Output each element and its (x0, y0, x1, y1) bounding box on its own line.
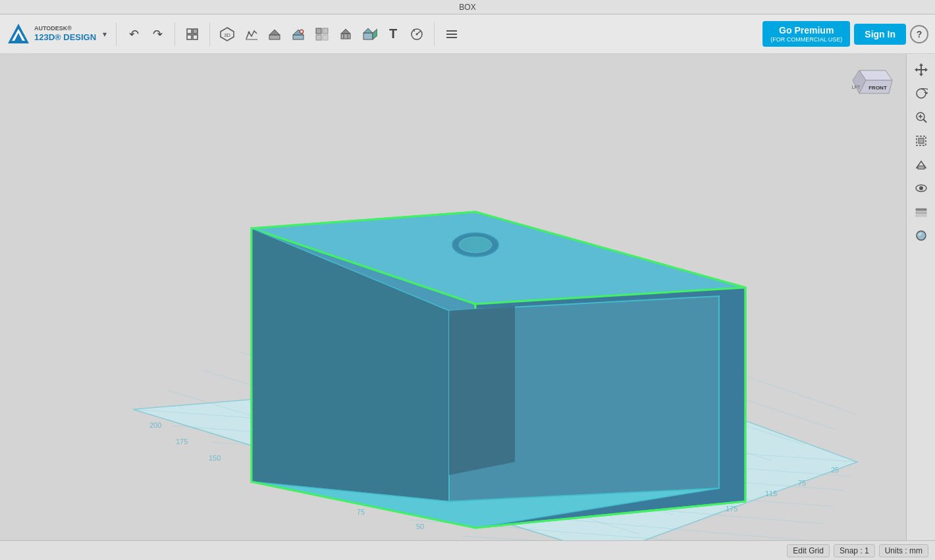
go-premium-button[interactable]: Go Premium (FOR COMMERCIAL USE) (762, 21, 850, 47)
eye-icon (915, 182, 928, 195)
pattern-icon (315, 27, 329, 41)
svg-rect-107 (916, 215, 926, 216)
perspective-button[interactable] (911, 154, 932, 175)
sketch-icon (244, 27, 258, 41)
svg-point-104 (919, 186, 923, 190)
measure-icon (410, 27, 424, 41)
svg-rect-6 (193, 35, 198, 39)
orbit-button[interactable] (911, 83, 932, 104)
units-control[interactable]: Units : mm (879, 544, 928, 557)
grid-layer-button[interactable] (911, 201, 932, 222)
logo-dropdown-icon[interactable]: ▾ (103, 30, 107, 39)
toolbar-separator-3 (209, 22, 210, 46)
measure-button[interactable] (406, 24, 427, 45)
logo-area[interactable]: AUTODESK® 123D® DESIGN ▾ (0, 22, 113, 46)
svg-rect-22 (341, 34, 350, 39)
transform-button[interactable] (182, 24, 203, 45)
group-button[interactable] (335, 24, 356, 45)
text-button[interactable]: T (383, 24, 404, 45)
zoom-icon (915, 111, 928, 124)
redo-button[interactable]: ↷ (147, 24, 168, 45)
grid-layer-icon (915, 205, 928, 218)
svg-marker-90 (919, 74, 923, 76)
transform-section (178, 24, 207, 45)
svg-rect-20 (316, 35, 321, 40)
view-cube[interactable]: FRONT LFT (846, 61, 899, 113)
svg-marker-28 (373, 29, 377, 39)
svg-marker-12 (269, 30, 280, 35)
solid-icon (361, 26, 377, 42)
fit-view-icon (915, 134, 928, 147)
home-view-icon: 3D (219, 26, 235, 42)
zoom-button[interactable] (911, 107, 932, 128)
right-toolbar: Go Premium (FOR COMMERCIAL USE) Sign In … (762, 21, 935, 47)
layers-icon (444, 27, 459, 41)
svg-marker-92 (925, 68, 928, 72)
svg-text:LFT: LFT (852, 85, 861, 89)
svg-rect-11 (269, 35, 280, 39)
layers-button[interactable] (441, 24, 462, 45)
edit-grid-button[interactable]: Edit Grid (787, 544, 830, 557)
svg-point-9 (248, 31, 250, 33)
material-icon (915, 229, 928, 242)
svg-rect-105 (916, 209, 926, 211)
sign-in-button[interactable]: Sign In (854, 24, 906, 45)
modify-button[interactable] (288, 24, 309, 45)
svg-rect-18 (316, 28, 321, 34)
view-cube-svg: FRONT LFT (846, 61, 899, 113)
pan-icon (915, 63, 928, 76)
svg-rect-13 (293, 35, 304, 39)
solid-button[interactable] (359, 24, 380, 45)
svg-rect-19 (323, 28, 328, 34)
svg-text:175: 175 (176, 438, 188, 445)
svg-rect-3 (187, 29, 192, 34)
svg-text:50: 50 (416, 522, 424, 530)
construct-button[interactable] (264, 24, 285, 45)
transform-icon (185, 27, 200, 41)
svg-text:200: 200 (149, 421, 161, 429)
statusbar: Edit Grid Snap : 1 Units : mm (0, 540, 935, 560)
svg-text:75: 75 (357, 508, 365, 516)
sketch-button[interactable] (240, 24, 261, 45)
material-button[interactable] (911, 225, 932, 246)
svg-text:75: 75 (798, 479, 806, 487)
view-tools-section: 3D (213, 24, 431, 45)
orbit-icon (915, 87, 928, 100)
undo-button[interactable]: ↶ (123, 24, 144, 45)
svg-marker-23 (341, 29, 350, 34)
construct-icon (267, 27, 282, 41)
group-icon (338, 27, 353, 41)
viewport[interactable]: 200 175 150 125 100 75 50 25 75 115 175 … (0, 54, 935, 560)
toolbar-separator-1 (116, 22, 117, 46)
eye-button[interactable] (911, 178, 932, 199)
toolbar: AUTODESK® 123D® DESIGN ▾ ↶ ↷ 3D (0, 14, 935, 54)
svg-point-32 (416, 33, 418, 35)
svg-rect-5 (187, 35, 192, 39)
svg-text:25: 25 (831, 466, 839, 474)
snap-control[interactable]: Snap : 1 (834, 544, 875, 557)
perspective-icon (915, 158, 928, 171)
right-panel (906, 54, 935, 560)
svg-point-108 (917, 231, 926, 240)
svg-marker-27 (363, 28, 373, 33)
svg-rect-106 (916, 212, 926, 214)
home-view-button[interactable]: 3D (217, 24, 238, 45)
logo-text: AUTODESK® 123D® DESIGN (34, 25, 96, 42)
svg-text:FRONT: FRONT (868, 85, 887, 91)
pan-button[interactable] (911, 59, 932, 80)
toolbar-separator-2 (174, 22, 175, 46)
undo-redo-section: ↶ ↷ (119, 24, 172, 45)
box-inner-panel (449, 306, 515, 475)
fit-view-button[interactable] (911, 130, 932, 151)
svg-rect-26 (363, 33, 373, 39)
window-title: BOX (459, 3, 475, 12)
svg-marker-89 (919, 63, 923, 66)
layers-section (437, 24, 466, 45)
svg-text:3D: 3D (224, 32, 230, 38)
3d-scene: 200 175 150 125 100 75 50 25 75 115 175 … (0, 54, 935, 560)
pattern-button[interactable] (311, 24, 333, 45)
modify-icon (291, 27, 306, 41)
svg-text:150: 150 (209, 454, 221, 462)
help-button[interactable]: ? (910, 25, 928, 43)
svg-rect-100 (919, 138, 924, 143)
